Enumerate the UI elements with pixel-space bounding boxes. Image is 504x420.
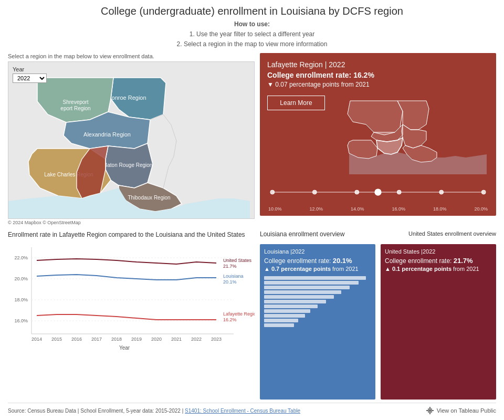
bar-row	[264, 281, 371, 285]
svg-text:2015: 2015	[51, 337, 62, 342]
year-filter-label: Year	[13, 66, 47, 72]
svg-text:2019: 2019	[131, 337, 142, 342]
svg-text:2018: 2018	[111, 337, 122, 342]
us-change-text: ▲ 0.1 percentage points	[385, 266, 452, 272]
learn-more-button[interactable]: Learn More	[267, 96, 325, 110]
tableau-link[interactable]: View on Tableau Public	[426, 406, 496, 415]
source-link[interactable]: S1401: School Enrollment - Census Bureau…	[185, 408, 300, 414]
map-label: Select a region in the map below to view…	[8, 53, 255, 59]
bar-2	[264, 281, 359, 285]
bottom-section: Enrollment rate in Lafayette Region comp…	[8, 230, 496, 400]
top-section: Select a region in the map below to view…	[8, 53, 496, 225]
la-change-suffix: from 2021	[332, 266, 359, 272]
dot-chart-axis: 10.0% 12.0% 14.0% 16.0% 18.0% 20.0%	[267, 206, 489, 212]
svg-text:16.2%: 16.2%	[223, 317, 237, 322]
step2-label: 2. Select a region in the map to view mo…	[177, 40, 328, 48]
info-card: Lafayette Region | 2022 College enrollme…	[260, 53, 496, 216]
info-card-left: Learn More	[267, 96, 330, 182]
la-rate-label: College enrollment rate:	[264, 257, 331, 265]
svg-text:2022: 2022	[191, 337, 202, 342]
alexandria-label: Alexandria Region	[83, 131, 131, 138]
svg-rect-47	[428, 408, 432, 410]
svg-text:Year: Year	[119, 345, 130, 351]
bar-11	[264, 323, 294, 327]
thibodaux-label: Thibodaux Region	[128, 195, 170, 201]
bar-row	[264, 295, 371, 299]
map-container[interactable]: Year 201520162017 201820192020 20212022 …	[8, 61, 255, 219]
info-card-change: ▼ 0.07 percentage points from 2021	[267, 81, 489, 88]
svg-text:United States: United States	[223, 258, 252, 263]
svg-text:16.0%: 16.0%	[14, 318, 28, 323]
bar-1	[264, 276, 366, 280]
step1-label: 1. Use the year filter to select a diffe…	[190, 30, 315, 38]
svg-point-14	[439, 190, 444, 194]
bar-10	[264, 319, 298, 322]
la-bar-chart	[264, 276, 371, 327]
la-rate-value: 20.1%	[333, 257, 352, 265]
svg-rect-44	[426, 410, 434, 411]
svg-text:2021: 2021	[171, 337, 182, 342]
bar-row	[264, 286, 371, 289]
how-to-title: How to use:	[234, 20, 270, 28]
bar-row	[264, 323, 371, 327]
svg-text:2023: 2023	[211, 337, 222, 342]
line-chart-section: Enrollment rate in Lafayette Region comp…	[8, 230, 255, 400]
bar-6	[264, 300, 326, 303]
us-overview-title: United States enrollment overview	[408, 230, 496, 237]
svg-text:2016: 2016	[71, 337, 82, 342]
bar-row	[264, 309, 371, 313]
axis-14: 14.0%	[351, 206, 364, 212]
bar-row	[264, 290, 371, 294]
info-card-body: Learn More	[267, 96, 489, 182]
info-card-rate: College enrollment rate: 16.2%	[267, 71, 489, 79]
svg-text:20.0%: 20.0%	[14, 276, 28, 281]
svg-point-12	[375, 189, 381, 195]
la-change-text: ▲ 0.7 percentage points	[264, 266, 331, 272]
bar-row	[264, 314, 371, 318]
line-chart-svg: 22.0% 20.0% 18.0% 16.0% 2014 2015 2016 2…	[8, 242, 255, 355]
svg-point-10	[312, 190, 317, 194]
tableau-icon	[426, 406, 434, 415]
us-change-suffix: from 2021	[453, 266, 479, 272]
footer-source: Source: Census Bureau Data | School Enro…	[8, 408, 300, 414]
svg-text:22.0%: 22.0%	[14, 255, 28, 260]
map-attribution: © 2024 Mapbox © OpenStreetMap	[8, 220, 255, 225]
la-card-rate: College enrollment rate: 20.1%	[264, 257, 371, 265]
bar-5	[264, 295, 334, 299]
louisiana-map-svg: Monroe Region Shreveport eport Region Al…	[8, 62, 255, 219]
svg-text:2020: 2020	[151, 337, 162, 342]
page-title: College (undergraduate) enrollment in Lo…	[8, 5, 496, 17]
overview-section: Louisiana enrollment overview United Sta…	[260, 230, 496, 400]
line-chart-container: 22.0% 20.0% 18.0% 16.0% 2014 2015 2016 2…	[8, 242, 255, 358]
la-card-title: Louisiana |2022	[264, 248, 371, 255]
bar-9	[264, 314, 305, 318]
dot-chart-svg	[267, 184, 489, 203]
svg-point-9	[270, 190, 275, 194]
year-select[interactable]: 201520162017 201820192020 20212022	[13, 74, 47, 83]
us-card: United States |2022 College enrollment r…	[381, 244, 496, 400]
svg-text:Louisiana: Louisiana	[223, 274, 244, 279]
page-header: College (undergraduate) enrollment in Lo…	[8, 5, 496, 50]
axis-16: 16.0%	[392, 206, 405, 212]
svg-text:2014: 2014	[32, 337, 42, 342]
bar-row	[264, 300, 371, 303]
bar-row	[264, 319, 371, 322]
svg-point-15	[481, 190, 486, 194]
map-section: Select a region in the map below to view…	[8, 53, 255, 225]
bar-8	[264, 309, 310, 313]
axis-18: 18.0%	[433, 206, 447, 212]
us-card-title: United States |2022	[385, 248, 492, 255]
svg-text:2017: 2017	[91, 337, 102, 342]
year-filter: Year 201520162017 201820192020 20212022	[13, 66, 47, 83]
bar-3	[264, 286, 350, 289]
bar-7	[264, 304, 318, 308]
us-card-rate: College enrollment rate: 21.7%	[385, 257, 492, 265]
la-card-change: ▲ 0.7 percentage points from 2021	[264, 266, 371, 272]
footer: Source: Census Bureau Data | School Enro…	[8, 403, 496, 415]
right-panel: Lafayette Region | 2022 College enrollme…	[260, 53, 496, 225]
svg-text:18.0%: 18.0%	[14, 297, 28, 302]
svg-text:Lafayette Region: Lafayette Region	[223, 311, 255, 317]
shreveport-label: Shreveport	[63, 99, 89, 105]
axis-12: 12.0%	[309, 206, 323, 212]
svg-text:21.7%: 21.7%	[223, 264, 237, 269]
